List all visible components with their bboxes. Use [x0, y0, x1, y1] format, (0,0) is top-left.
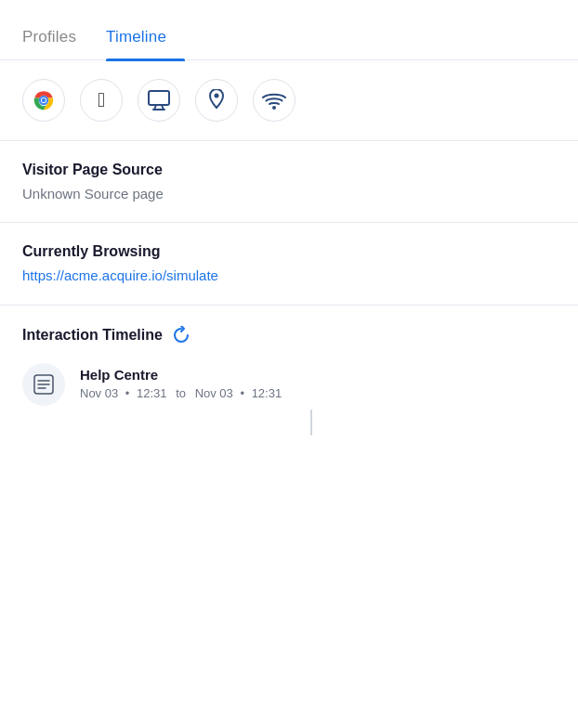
browser-icons-row: 	[0, 60, 578, 141]
svg-point-4	[42, 98, 46, 103]
visitor-page-source-section: Visitor Page Source Unknown Source page	[0, 141, 578, 223]
timeline-header: Interaction Timeline	[22, 326, 556, 344]
svg-point-9	[215, 94, 219, 98]
svg-rect-5	[149, 91, 169, 105]
timeline-item-content: Help Centre Nov 03 • 12:31 to Nov 03 • 1…	[80, 363, 282, 400]
timeline-item: Help Centre Nov 03 • 12:31 to Nov 03 • 1…	[22, 363, 556, 406]
location-icon-circle	[195, 79, 238, 122]
currently-browsing-section: Currently Browsing https://acme.acquire.…	[0, 223, 578, 306]
monitor-icon-circle	[138, 79, 180, 122]
timeline-end-time: 12:31	[252, 386, 282, 400]
tab-profiles[interactable]: Profiles	[22, 19, 95, 59]
timeline-item-time: Nov 03 • 12:31 to Nov 03 • 12:31	[80, 386, 282, 400]
apple-icon-circle: 	[80, 79, 123, 122]
timeline-to-separator: to	[176, 386, 186, 400]
visitor-page-source-title: Visitor Page Source	[22, 162, 556, 178]
svg-point-10	[272, 106, 276, 110]
timeline-dot-separator-2: •	[240, 386, 247, 400]
timeline-start-time: 12:31	[137, 386, 167, 400]
tabs-container: Profiles Timeline	[0, 0, 578, 60]
timeline-end-date: Nov 03	[195, 386, 233, 400]
monitor-icon	[148, 90, 170, 110]
currently-browsing-url[interactable]: https://acme.acquire.io/simulate	[22, 267, 218, 283]
timeline-item-title: Help Centre	[80, 367, 282, 383]
chrome-icon-circle	[22, 79, 65, 122]
interaction-timeline-title: Interaction Timeline	[22, 327, 163, 344]
interaction-timeline-section: Interaction Timeline Help Centre Nov 03 …	[0, 306, 578, 456]
wifi-icon	[262, 91, 286, 110]
timeline-vertical-line	[66, 410, 556, 436]
visitor-page-source-value: Unknown Source page	[22, 186, 556, 202]
chrome-icon	[32, 88, 56, 112]
list-icon	[33, 374, 54, 395]
refresh-icon[interactable]	[172, 326, 190, 344]
tab-timeline[interactable]: Timeline	[106, 19, 185, 59]
apple-icon: 	[98, 88, 105, 112]
location-pin-icon	[207, 89, 226, 111]
wifi-icon-circle	[253, 79, 296, 122]
currently-browsing-title: Currently Browsing	[22, 243, 556, 260]
timeline-start-date: Nov 03	[80, 386, 118, 400]
timeline-dot-separator-1: •	[125, 386, 133, 400]
timeline-item-icon-wrap	[22, 363, 65, 406]
